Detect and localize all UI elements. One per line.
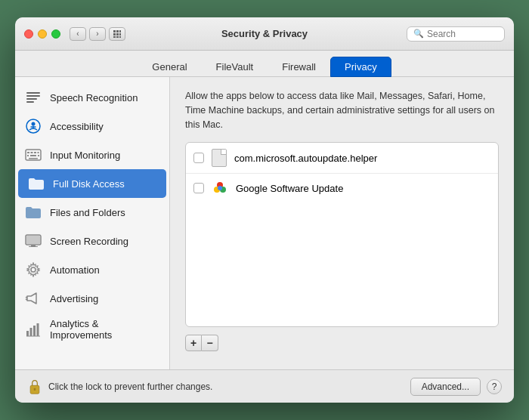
svg-rect-3 bbox=[113, 33, 116, 36]
megaphone-icon bbox=[24, 289, 42, 307]
add-app-button[interactable]: + bbox=[185, 335, 202, 351]
tab-general[interactable]: General bbox=[138, 57, 201, 77]
chart-icon bbox=[24, 320, 42, 338]
svg-rect-2 bbox=[119, 30, 121, 32]
sidebar-label-files-folders: Files and Folders bbox=[50, 207, 125, 218]
person-icon bbox=[24, 117, 42, 135]
svg-rect-18 bbox=[27, 152, 29, 153]
nav-buttons: ‹ › bbox=[70, 27, 106, 41]
doc-icon bbox=[212, 149, 227, 167]
svg-rect-34 bbox=[26, 331, 29, 336]
sidebar-label-analytics: Analytics & Improvements bbox=[50, 318, 160, 341]
search-input[interactable] bbox=[427, 29, 498, 39]
content-area: Speech Recognition Accessibility bbox=[15, 77, 514, 369]
monitor-icon bbox=[24, 232, 42, 250]
list-controls: + − bbox=[185, 335, 499, 351]
app-name-msft: com.microsoft.autoupdate.helper bbox=[234, 153, 377, 164]
traffic-lights bbox=[24, 29, 60, 39]
close-button[interactable] bbox=[24, 29, 33, 39]
tabs-bar: General FileVault Firewall Privacy bbox=[15, 51, 514, 77]
svg-rect-21 bbox=[38, 152, 39, 153]
sidebar-label-accessibility: Accessibility bbox=[50, 121, 104, 132]
sidebar-label-input-monitoring: Input Monitoring bbox=[50, 150, 120, 161]
svg-rect-36 bbox=[33, 326, 36, 336]
svg-rect-11 bbox=[26, 98, 37, 100]
svg-marker-31 bbox=[27, 293, 36, 304]
sidebar-item-full-disk-access[interactable]: Full Disk Access bbox=[18, 169, 166, 198]
main-panel: Allow the apps below to access data like… bbox=[170, 77, 514, 369]
main-window: ‹ › Security & Privacy 🔍 General FileV bbox=[15, 17, 514, 403]
svg-rect-7 bbox=[116, 36, 119, 38]
gear-icon bbox=[24, 261, 42, 279]
svg-rect-28 bbox=[31, 245, 36, 246]
svg-rect-20 bbox=[34, 152, 36, 153]
svg-rect-25 bbox=[29, 158, 38, 159]
sidebar: Speech Recognition Accessibility bbox=[15, 77, 170, 369]
grid-button[interactable] bbox=[109, 27, 125, 41]
titlebar: ‹ › Security & Privacy 🔍 bbox=[15, 17, 514, 51]
sidebar-label-automation: Automation bbox=[50, 264, 100, 276]
svg-rect-22 bbox=[27, 155, 29, 156]
app-item-google: Google Software Update bbox=[186, 174, 498, 202]
description-text: Allow the apps below to access data like… bbox=[185, 89, 499, 131]
help-button[interactable]: ? bbox=[487, 379, 502, 394]
svg-rect-35 bbox=[30, 328, 32, 336]
sidebar-item-automation[interactable]: Automation bbox=[15, 255, 169, 284]
sidebar-item-input-monitoring[interactable]: Input Monitoring bbox=[15, 141, 169, 169]
sidebar-label-screen-recording: Screen Recording bbox=[50, 236, 128, 247]
svg-rect-19 bbox=[31, 152, 33, 153]
svg-rect-9 bbox=[26, 92, 40, 94]
sidebar-item-advertising[interactable]: Advertising bbox=[15, 284, 169, 313]
apps-list: com.microsoft.autoupdate.helper Google S… bbox=[185, 142, 499, 327]
sidebar-label-speech: Speech Recognition bbox=[50, 92, 138, 103]
svg-rect-4 bbox=[116, 33, 119, 36]
app-checkbox-msft[interactable] bbox=[193, 153, 204, 163]
window-title: Security & Privacy bbox=[221, 28, 308, 39]
lock-icon bbox=[27, 379, 42, 394]
svg-point-30 bbox=[31, 267, 36, 272]
svg-rect-8 bbox=[119, 36, 121, 38]
svg-line-33 bbox=[26, 299, 27, 300]
sidebar-item-speech[interactable]: Speech Recognition bbox=[15, 83, 169, 112]
svg-rect-0 bbox=[113, 30, 116, 32]
sidebar-item-files-folders[interactable]: Files and Folders bbox=[15, 198, 169, 227]
svg-rect-29 bbox=[29, 246, 38, 247]
svg-rect-23 bbox=[30, 155, 36, 156]
back-button[interactable]: ‹ bbox=[70, 27, 86, 41]
svg-point-42 bbox=[218, 186, 222, 190]
sidebar-label-advertising: Advertising bbox=[50, 293, 98, 304]
sidebar-item-screen-recording[interactable]: Screen Recording bbox=[15, 227, 169, 255]
minimize-button[interactable] bbox=[38, 29, 47, 39]
svg-rect-5 bbox=[119, 33, 121, 36]
svg-rect-37 bbox=[37, 323, 39, 336]
forward-button[interactable]: › bbox=[89, 27, 106, 41]
remove-app-button[interactable]: − bbox=[202, 335, 218, 351]
sidebar-item-accessibility[interactable]: Accessibility bbox=[15, 112, 169, 141]
sidebar-label-full-disk-access: Full Disk Access bbox=[53, 178, 125, 190]
tab-privacy[interactable]: Privacy bbox=[330, 57, 391, 77]
google-icon bbox=[212, 180, 228, 196]
tab-filevault[interactable]: FileVault bbox=[202, 57, 268, 77]
svg-rect-24 bbox=[38, 155, 39, 156]
svg-rect-12 bbox=[26, 101, 34, 103]
folder-plain-icon bbox=[24, 203, 42, 221]
tab-firewall[interactable]: Firewall bbox=[268, 57, 330, 77]
maximize-button[interactable] bbox=[51, 29, 60, 39]
search-box: 🔍 bbox=[407, 26, 505, 42]
bottom-bar: Click the lock to prevent further change… bbox=[15, 369, 514, 403]
svg-line-32 bbox=[26, 297, 27, 298]
folder-blue-icon bbox=[27, 174, 45, 193]
app-item-msft: com.microsoft.autoupdate.helper bbox=[186, 143, 498, 174]
keyboard-icon bbox=[24, 146, 42, 164]
svg-rect-44 bbox=[34, 388, 36, 390]
search-icon: 🔍 bbox=[413, 29, 424, 39]
app-name-google: Google Software Update bbox=[236, 183, 343, 194]
svg-point-14 bbox=[32, 122, 36, 126]
advanced-button[interactable]: Advanced... bbox=[410, 378, 481, 396]
svg-rect-6 bbox=[113, 36, 116, 38]
svg-rect-1 bbox=[116, 30, 119, 32]
svg-rect-10 bbox=[26, 95, 40, 97]
app-checkbox-google[interactable] bbox=[193, 183, 204, 193]
sidebar-item-analytics[interactable]: Analytics & Improvements bbox=[15, 313, 169, 346]
svg-rect-27 bbox=[26, 236, 40, 244]
